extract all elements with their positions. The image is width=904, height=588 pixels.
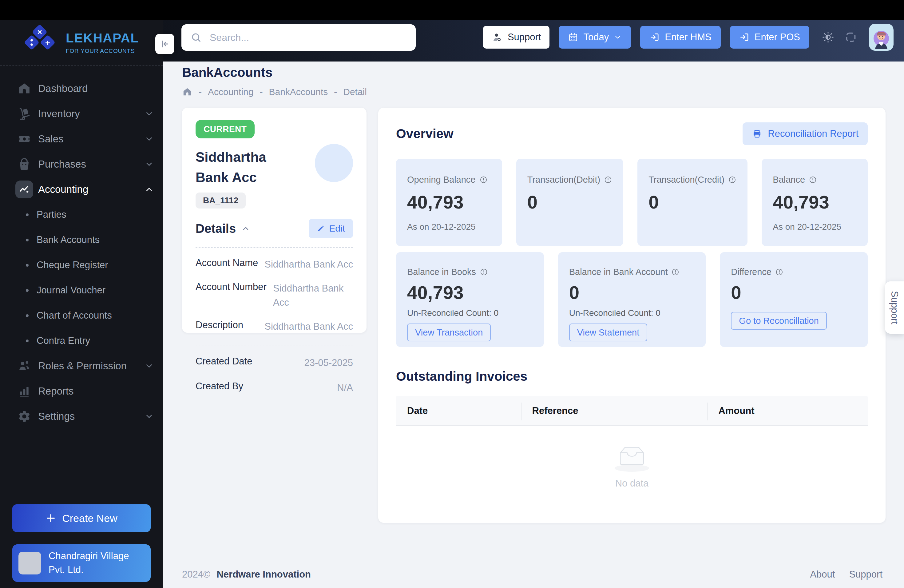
sidebar-item-purchases[interactable]: Purchases [0, 152, 163, 177]
chevron-down-icon [614, 33, 622, 41]
sidebar-subitem-parties[interactable]: Parties [0, 202, 163, 227]
info-icon[interactable] [479, 175, 488, 184]
support-button[interactable]: Support [483, 26, 550, 49]
theme-toggle-sun-icon[interactable] [822, 31, 834, 44]
stat-card-balance: Balance 40,793 As on 20-12-2025 [762, 159, 868, 246]
sidebar-subitem-contra-entry[interactable]: Contra Entry [0, 328, 163, 353]
account-code-pill: BA_1112 [196, 193, 246, 209]
sidebar-subitem-label: Chart of Accounts [36, 310, 112, 321]
footer-link-support[interactable]: Support [849, 569, 882, 580]
purchases-bag-icon [17, 157, 32, 171]
go-to-reconcillation-button[interactable]: Go to Reconcillation [731, 312, 827, 330]
sidebar-bottom: Create New Chandragiri Village Pvt. Ltd. [0, 504, 163, 588]
edit-button[interactable]: Edit [309, 219, 353, 238]
stat-label: Balance in Books [407, 267, 476, 277]
stat-label-row: Opening Balance [407, 175, 491, 185]
sidebar-item-sales[interactable]: Sales [0, 126, 163, 152]
bullet-icon [26, 340, 28, 342]
footer-links: About Support [810, 569, 882, 580]
page-title: BankAccounts [182, 65, 885, 80]
printer-icon [752, 128, 762, 139]
sales-banknote-icon [17, 132, 32, 146]
sidebar-item-label: Sales [38, 133, 144, 145]
overview-title: Overview [396, 126, 454, 141]
sidebar-item-roles-permission[interactable]: Roles & Permission [0, 353, 163, 379]
fullscreen-icon[interactable] [844, 30, 858, 44]
bullet-icon [26, 239, 28, 242]
brand-block: × + LEKHAPAL FOR YOUR ACCOUNTS [0, 20, 163, 65]
user-avatar[interactable] [869, 24, 893, 51]
bar-chart-icon [17, 384, 32, 398]
stat-value: 0 [731, 282, 857, 303]
info-icon[interactable] [671, 268, 680, 276]
info-icon[interactable] [775, 268, 784, 276]
stat-label-row: Difference [731, 267, 857, 277]
support-side-tab[interactable]: Support [885, 281, 904, 334]
chevron-down-icon [144, 412, 154, 421]
today-button-label: Today [583, 32, 609, 43]
info-icon[interactable] [604, 175, 612, 184]
info-icon[interactable] [480, 268, 488, 276]
sidebar-item-reports[interactable]: Reports [0, 379, 163, 404]
view-statement-button[interactable]: View Statement [569, 324, 648, 341]
enter-hms-button[interactable]: Enter HMS [640, 26, 721, 49]
collapse-sidebar-button[interactable] [155, 34, 174, 54]
invoices-empty-state: No data [396, 426, 868, 506]
stat-label: Difference [731, 267, 771, 277]
stat-card-transaction-credit: Transaction(Credit) 0 [637, 159, 748, 246]
reconciliation-report-button[interactable]: Reconciliation Report [743, 122, 868, 145]
detail-row-created-by: Created By N/A [196, 381, 353, 395]
stat-card-balance-in-books: Balance in Books 40,793 Un-Reconciled Co… [396, 252, 544, 347]
sidebar-subitem-bank-accounts[interactable]: Bank Accounts [0, 227, 163, 253]
field-label: Created By [196, 381, 243, 395]
breadcrumb-accounting[interactable]: Accounting [208, 87, 253, 97]
sidebar-subitem-label: Journal Voucher [36, 285, 106, 296]
header-actions: Support Today Enter HMS [483, 26, 893, 49]
create-new-button[interactable]: Create New [12, 504, 151, 532]
breadcrumb-bankaccounts[interactable]: BankAccounts [269, 87, 328, 97]
stat-label-row: Transaction(Debit) [527, 175, 612, 185]
stat-card-transaction-debit: Transaction(Debit) 0 [516, 159, 623, 246]
sidebar-item-label: Settings [38, 411, 144, 422]
details-toggle[interactable]: Details [196, 222, 250, 236]
sidebar-item-label: Purchases [38, 158, 144, 170]
column-header-date: Date [396, 405, 521, 416]
sidebar-subitem-cheque-register[interactable]: Cheque Register [0, 253, 163, 278]
breadcrumb-detail[interactable]: Detail [343, 87, 367, 97]
info-icon[interactable] [728, 175, 736, 184]
sidebar-subitem-journal-voucher[interactable]: Journal Voucher [0, 278, 163, 303]
company-name: Chandragiri Village Pvt. Ltd. [49, 549, 144, 577]
enter-pos-button[interactable]: Enter POS [730, 26, 809, 49]
field-value: N/A [246, 381, 353, 395]
sidebar-item-inventory[interactable]: Inventory [0, 101, 163, 126]
stat-caption: As on 20-12-2025 [773, 222, 857, 232]
svg-text:+: + [45, 38, 50, 47]
view-transaction-button[interactable]: View Transaction [407, 324, 491, 341]
support-side-tab-label: Support [889, 291, 900, 324]
sidebar-item-accounting[interactable]: Accounting [0, 177, 163, 202]
home-breadcrumb-icon[interactable] [182, 87, 193, 97]
today-dropdown-button[interactable]: Today [559, 26, 631, 49]
create-new-label: Create New [62, 512, 117, 524]
copyright-company: Nerdware Innovation [217, 569, 311, 580]
info-icon[interactable] [809, 175, 817, 184]
sidebar-subitem-chart-of-accounts[interactable]: Chart of Accounts [0, 303, 163, 328]
empty-inbox-icon [611, 443, 653, 474]
support-person-icon [492, 32, 503, 43]
company-switcher[interactable]: Chandragiri Village Pvt. Ltd. [12, 544, 151, 582]
search-input[interactable] [210, 32, 407, 43]
field-value: Siddhartha Bank Acc [273, 281, 353, 310]
overview-header: Overview Reconciliation Report [396, 122, 868, 145]
account-avatar [315, 144, 353, 182]
enter-pos-label: Enter POS [755, 32, 800, 43]
breadcrumb-separator: - [259, 87, 262, 97]
brand-logo-icon: × + [22, 25, 58, 60]
sidebar-item-settings[interactable]: Settings [0, 404, 163, 429]
footer: 2024© Nerdware Innovation About Support [182, 569, 882, 580]
stat-label-row: Balance in Bank Account [569, 267, 695, 277]
bullet-icon [26, 264, 28, 267]
sidebar-item-dashboard[interactable]: Dashboard [0, 76, 163, 101]
account-title: Siddhartha Bank Acc [196, 147, 300, 188]
details-header: Details Edit [196, 219, 353, 238]
footer-link-about[interactable]: About [810, 569, 835, 580]
